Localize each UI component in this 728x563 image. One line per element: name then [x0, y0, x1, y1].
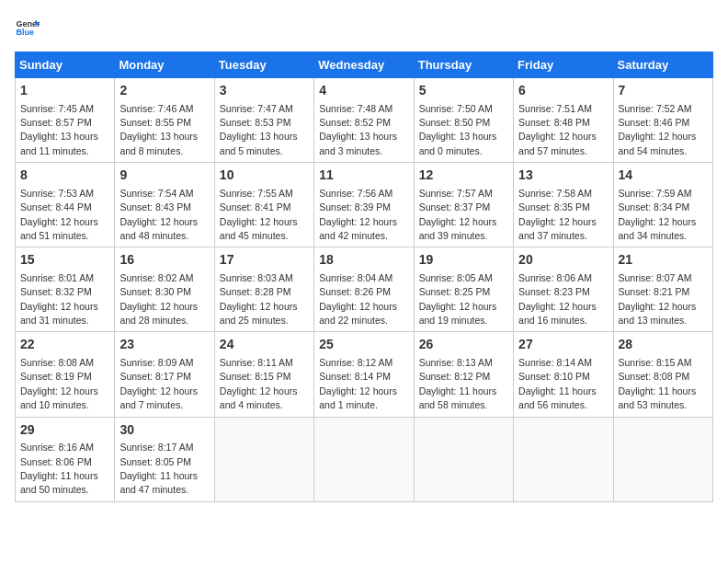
- day-info: Sunrise: 8:14 AMSunset: 8:10 PMDaylight:…: [518, 357, 597, 410]
- calendar-cell: 9 Sunrise: 7:54 AMSunset: 8:43 PMDayligh…: [115, 163, 214, 247]
- day-number: 7: [619, 82, 708, 100]
- calendar-cell: 20 Sunrise: 8:06 AMSunset: 8:23 PMDaylig…: [514, 247, 613, 332]
- day-number: 10: [220, 167, 309, 185]
- day-number: 27: [518, 336, 608, 354]
- logo-icon: General Blue: [15, 15, 40, 40]
- day-number: 13: [518, 167, 608, 185]
- calendar-cell: 2 Sunrise: 7:46 AMSunset: 8:55 PMDayligh…: [115, 78, 214, 163]
- day-info: Sunrise: 8:09 AMSunset: 8:17 PMDaylight:…: [119, 357, 198, 410]
- day-number: 17: [220, 251, 309, 270]
- day-info: Sunrise: 8:17 AMSunset: 8:05 PMDaylight:…: [119, 442, 198, 495]
- calendar-cell: 13 Sunrise: 7:58 AMSunset: 8:35 PMDaylig…: [514, 163, 613, 247]
- day-number: 28: [619, 336, 708, 354]
- calendar-cell: 5 Sunrise: 7:50 AMSunset: 8:50 PMDayligh…: [414, 78, 513, 163]
- day-number: 30: [119, 421, 209, 440]
- day-number: 29: [20, 421, 109, 440]
- calendar-week-row: 22 Sunrise: 8:08 AMSunset: 8:19 PMDaylig…: [16, 332, 713, 417]
- day-number: 5: [419, 82, 508, 100]
- day-info: Sunrise: 7:45 AMSunset: 8:57 PMDaylight:…: [20, 103, 98, 156]
- day-info: Sunrise: 8:04 AMSunset: 8:26 PMDaylight:…: [319, 272, 397, 326]
- day-info: Sunrise: 8:13 AMSunset: 8:12 PMDaylight:…: [419, 357, 497, 410]
- calendar-cell: 27 Sunrise: 8:14 AMSunset: 8:10 PMDaylig…: [514, 332, 613, 417]
- dow-header: Tuesday: [214, 52, 313, 78]
- day-info: Sunrise: 8:05 AMSunset: 8:25 PMDaylight:…: [419, 272, 497, 326]
- calendar-cell: 8 Sunrise: 7:53 AMSunset: 8:44 PMDayligh…: [16, 163, 115, 247]
- calendar-cell: 17 Sunrise: 8:03 AMSunset: 8:28 PMDaylig…: [214, 247, 313, 332]
- day-info: Sunrise: 7:47 AMSunset: 8:53 PMDaylight:…: [220, 103, 298, 156]
- day-number: 14: [619, 167, 708, 185]
- calendar-cell: 26 Sunrise: 8:13 AMSunset: 8:12 PMDaylig…: [414, 332, 513, 417]
- calendar-cell: 18 Sunrise: 8:04 AMSunset: 8:26 PMDaylig…: [314, 247, 414, 332]
- day-info: Sunrise: 7:54 AMSunset: 8:43 PMDaylight:…: [119, 188, 198, 241]
- day-info: Sunrise: 7:53 AMSunset: 8:44 PMDaylight:…: [20, 188, 98, 241]
- calendar-week-row: 1 Sunrise: 7:45 AMSunset: 8:57 PMDayligh…: [16, 78, 713, 163]
- day-number: 19: [419, 251, 508, 270]
- day-number: 18: [319, 251, 408, 270]
- day-info: Sunrise: 7:51 AMSunset: 8:48 PMDaylight:…: [518, 103, 597, 156]
- calendar-cell: 23 Sunrise: 8:09 AMSunset: 8:17 PMDaylig…: [115, 332, 214, 417]
- calendar-cell: 4 Sunrise: 7:48 AMSunset: 8:52 PMDayligh…: [314, 78, 414, 163]
- day-info: Sunrise: 7:50 AMSunset: 8:50 PMDaylight:…: [419, 103, 497, 156]
- calendar-cell: 29 Sunrise: 8:16 AMSunset: 8:06 PMDaylig…: [16, 417, 115, 501]
- day-number: 6: [518, 82, 608, 100]
- logo: General Blue: [15, 15, 40, 40]
- calendar-cell: 10 Sunrise: 7:55 AMSunset: 8:41 PMDaylig…: [214, 163, 313, 247]
- day-number: 11: [319, 167, 408, 185]
- calendar-cell: 3 Sunrise: 7:47 AMSunset: 8:53 PMDayligh…: [214, 78, 313, 163]
- day-number: 22: [20, 336, 109, 354]
- day-info: Sunrise: 8:15 AMSunset: 8:08 PMDaylight:…: [619, 357, 697, 410]
- calendar-cell: [613, 417, 712, 501]
- calendar-cell: 30 Sunrise: 8:17 AMSunset: 8:05 PMDaylig…: [115, 417, 214, 501]
- day-info: Sunrise: 7:52 AMSunset: 8:46 PMDaylight:…: [619, 103, 697, 156]
- day-info: Sunrise: 7:55 AMSunset: 8:41 PMDaylight:…: [220, 188, 298, 241]
- calendar-cell: [214, 417, 313, 501]
- calendar-cell: 11 Sunrise: 7:56 AMSunset: 8:39 PMDaylig…: [314, 163, 414, 247]
- day-info: Sunrise: 8:02 AMSunset: 8:30 PMDaylight:…: [119, 272, 198, 326]
- dow-header: Wednesday: [314, 52, 414, 78]
- day-info: Sunrise: 8:01 AMSunset: 8:32 PMDaylight:…: [20, 272, 98, 326]
- calendar-table: SundayMondayTuesdayWednesdayThursdayFrid…: [15, 52, 713, 502]
- dow-header: Thursday: [414, 52, 513, 78]
- calendar-cell: 7 Sunrise: 7:52 AMSunset: 8:46 PMDayligh…: [613, 78, 712, 163]
- calendar-week-row: 8 Sunrise: 7:53 AMSunset: 8:44 PMDayligh…: [16, 163, 713, 247]
- day-info: Sunrise: 7:59 AMSunset: 8:34 PMDaylight:…: [619, 188, 697, 241]
- day-info: Sunrise: 8:11 AMSunset: 8:15 PMDaylight:…: [220, 357, 298, 410]
- day-number: 16: [119, 251, 209, 270]
- dow-header: Monday: [115, 52, 214, 78]
- calendar-cell: 1 Sunrise: 7:45 AMSunset: 8:57 PMDayligh…: [16, 78, 115, 163]
- calendar-cell: 21 Sunrise: 8:07 AMSunset: 8:21 PMDaylig…: [613, 247, 712, 332]
- dow-header: Saturday: [613, 52, 712, 78]
- calendar-cell: 19 Sunrise: 8:05 AMSunset: 8:25 PMDaylig…: [414, 247, 513, 332]
- page-header: General Blue: [15, 15, 713, 40]
- day-info: Sunrise: 7:56 AMSunset: 8:39 PMDaylight:…: [319, 188, 397, 241]
- day-info: Sunrise: 8:03 AMSunset: 8:28 PMDaylight:…: [220, 272, 298, 326]
- day-number: 9: [119, 167, 209, 185]
- day-info: Sunrise: 8:12 AMSunset: 8:14 PMDaylight:…: [319, 357, 397, 410]
- day-info: Sunrise: 7:48 AMSunset: 8:52 PMDaylight:…: [319, 103, 397, 156]
- day-number: 25: [319, 336, 408, 354]
- calendar-cell: 15 Sunrise: 8:01 AMSunset: 8:32 PMDaylig…: [16, 247, 115, 332]
- day-number: 24: [220, 336, 309, 354]
- calendar-cell: 24 Sunrise: 8:11 AMSunset: 8:15 PMDaylig…: [214, 332, 313, 417]
- calendar-cell: 6 Sunrise: 7:51 AMSunset: 8:48 PMDayligh…: [514, 78, 613, 163]
- day-info: Sunrise: 7:57 AMSunset: 8:37 PMDaylight:…: [419, 188, 497, 241]
- day-info: Sunrise: 7:58 AMSunset: 8:35 PMDaylight:…: [518, 188, 597, 241]
- calendar-cell: 12 Sunrise: 7:57 AMSunset: 8:37 PMDaylig…: [414, 163, 513, 247]
- day-number: 8: [20, 167, 109, 185]
- dow-header: Sunday: [16, 52, 115, 78]
- day-number: 20: [518, 251, 608, 270]
- day-number: 12: [419, 167, 508, 185]
- calendar-cell: [514, 417, 613, 501]
- day-number: 3: [220, 82, 309, 100]
- calendar-week-row: 15 Sunrise: 8:01 AMSunset: 8:32 PMDaylig…: [16, 247, 713, 332]
- day-info: Sunrise: 8:06 AMSunset: 8:23 PMDaylight:…: [518, 272, 597, 326]
- day-info: Sunrise: 7:46 AMSunset: 8:55 PMDaylight:…: [119, 103, 198, 156]
- day-number: 1: [20, 82, 109, 100]
- calendar-cell: 25 Sunrise: 8:12 AMSunset: 8:14 PMDaylig…: [314, 332, 414, 417]
- day-number: 2: [119, 82, 209, 100]
- calendar-cell: [414, 417, 513, 501]
- calendar-cell: 22 Sunrise: 8:08 AMSunset: 8:19 PMDaylig…: [16, 332, 115, 417]
- day-number: 15: [20, 251, 109, 270]
- dow-header: Friday: [514, 52, 613, 78]
- day-info: Sunrise: 8:08 AMSunset: 8:19 PMDaylight:…: [20, 357, 98, 410]
